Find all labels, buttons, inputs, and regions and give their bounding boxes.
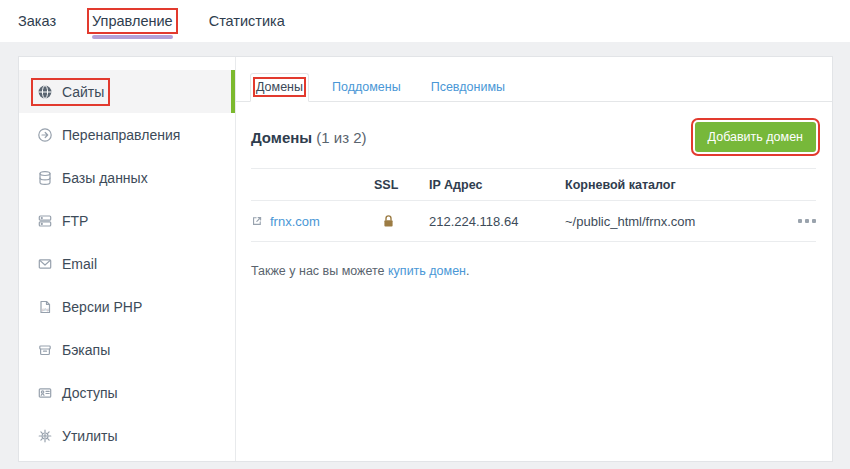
sidebar-item-sites[interactable]: Сайты xyxy=(19,70,235,113)
tab-label: Поддомены xyxy=(332,80,401,94)
buy-domain-link[interactable]: купить домен xyxy=(388,264,466,278)
nav-item-statistics[interactable]: Статистика xyxy=(209,0,285,42)
dot xyxy=(812,219,816,223)
sidebar-item-label: FTP xyxy=(62,213,88,229)
sidebar-item-label: Бэкапы xyxy=(62,342,110,358)
svg-text:php: php xyxy=(42,306,50,311)
domain-link[interactable]: frnx.com xyxy=(270,214,320,229)
php-file-icon: php xyxy=(37,299,53,315)
sidebar: Сайты Перенаправления Базы данных FTP xyxy=(19,57,236,461)
domains-table: SSL IP Адрес Корневой каталог frnx.com xyxy=(251,168,816,242)
sidebar-item-label: Email xyxy=(62,256,97,272)
sidebar-item-label: Сайты xyxy=(62,84,104,100)
table-row: frnx.com 212.224.118.64 ~/public_html/fr… xyxy=(251,201,816,242)
row-actions-menu[interactable] xyxy=(766,213,816,229)
column-header-ip: IP Адрес xyxy=(429,178,565,192)
table-header-row: SSL IP Адрес Корневой каталог xyxy=(251,168,816,201)
page-title-text: Домены xyxy=(251,129,312,146)
sidebar-item-access[interactable]: Доступы xyxy=(19,371,235,414)
dot xyxy=(805,219,809,223)
page-title: Домены (1 из 2) xyxy=(251,129,367,146)
annotation-box: Домены xyxy=(256,80,303,94)
sidebar-item-utilities[interactable]: Утилиты xyxy=(19,414,235,457)
sidebar-item-label: Базы данных xyxy=(62,170,148,186)
nav-item-management[interactable]: Управление xyxy=(92,0,173,42)
page-title-count: (1 из 2) xyxy=(316,129,366,146)
note-period: . xyxy=(466,264,469,278)
dot xyxy=(798,219,802,223)
ssl-status-cell xyxy=(374,214,429,228)
sidebar-item-label: Версии PHP xyxy=(62,299,142,315)
external-link-icon xyxy=(251,215,263,227)
tab-label: Псевдонимы xyxy=(431,80,505,94)
lock-icon xyxy=(382,214,429,228)
envelope-icon xyxy=(37,256,53,272)
sidebar-item-label: Перенаправления xyxy=(62,127,180,143)
nav-item-label: Заказ xyxy=(18,13,56,29)
tab-domains[interactable]: Домены xyxy=(250,73,309,102)
sidebar-item-label: Доступы xyxy=(62,385,118,401)
root-dir-cell: ~/public_html/frnx.com xyxy=(565,214,766,229)
globe-icon xyxy=(37,84,53,100)
arrow-circle-right-icon xyxy=(37,127,53,143)
sidebar-item-php-versions[interactable]: php Версии PHP xyxy=(19,285,235,328)
ip-cell: 212.224.118.64 xyxy=(429,214,565,229)
sidebar-item-label: Утилиты xyxy=(62,428,118,444)
content-card: Сайты Перенаправления Базы данных FTP xyxy=(18,56,833,462)
sidebar-item-ftp[interactable]: FTP xyxy=(19,199,235,242)
note-text: Также у нас вы можете xyxy=(251,264,388,278)
domains-content: Домены (1 из 2) Добавить домен SSL IP Ад… xyxy=(236,102,832,278)
domain-cell: frnx.com xyxy=(251,214,374,229)
sidebar-item-databases[interactable]: Базы данных xyxy=(19,156,235,199)
sidebar-item-redirects[interactable]: Перенаправления xyxy=(19,113,235,156)
top-navigation: Заказ Управление Статистика xyxy=(0,0,850,42)
column-header-ssl: SSL xyxy=(374,178,429,192)
nav-item-label: Статистика xyxy=(209,13,285,29)
database-icon xyxy=(37,170,53,186)
gear-icon xyxy=(37,428,53,444)
server-icon xyxy=(37,213,53,229)
domains-tabbar: Домены Поддомены Псевдонимы xyxy=(236,73,832,102)
archive-icon xyxy=(37,342,53,358)
main-panel: Домены Поддомены Псевдонимы Домены (1 из… xyxy=(236,57,832,461)
annotation-box: Сайты xyxy=(37,84,104,100)
buy-domain-note: Также у нас вы можете купить домен. xyxy=(251,264,816,278)
tab-aliases[interactable]: Псевдонимы xyxy=(424,73,512,101)
sidebar-item-email[interactable]: Email xyxy=(19,242,235,285)
annotation-box: Управление xyxy=(92,13,173,29)
sidebar-item-backups[interactable]: Бэкапы xyxy=(19,328,235,371)
nav-item-order[interactable]: Заказ xyxy=(18,0,56,42)
column-header-root: Корневой каталог xyxy=(565,178,766,192)
tab-subdomains[interactable]: Поддомены xyxy=(325,73,408,101)
add-domain-button[interactable]: Добавить домен xyxy=(695,122,816,152)
id-card-icon xyxy=(37,385,53,401)
